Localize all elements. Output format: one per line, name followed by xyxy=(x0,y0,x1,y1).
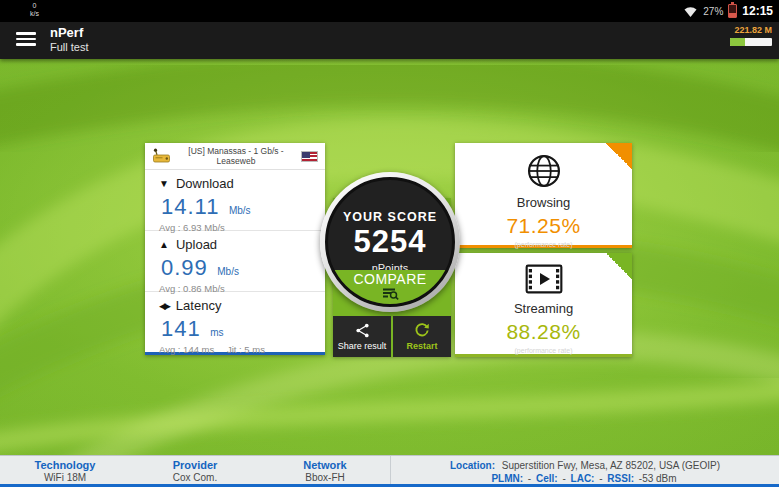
server-selector[interactable]: [US] Manassas - 1 Gb/s - Leaseweb xyxy=(145,143,325,170)
latency-label: Latency xyxy=(176,298,222,313)
download-unit: Mb/s xyxy=(229,205,251,216)
compare-label: COMPARE xyxy=(328,271,452,287)
globe-icon xyxy=(525,152,563,190)
score-actions: Share result Restart xyxy=(333,316,451,357)
net-speed-unit: k/s xyxy=(30,10,39,18)
upload-section: ▲ Upload 0.99 Mb/s Avg : 0.86 Mb/s xyxy=(145,231,325,292)
wifi-icon xyxy=(683,5,698,18)
app-title: nPerf xyxy=(50,25,89,41)
plmn-value: - xyxy=(528,473,531,484)
browsing-value: 71.25% xyxy=(455,214,632,238)
score-gauge: YOUR SCORE 5254 nPoints COMPARE xyxy=(320,172,460,312)
streaming-corner-ribbon xyxy=(606,253,632,279)
provider-label: Provider xyxy=(130,459,260,472)
latency-unit: ms xyxy=(210,327,223,338)
browsing-note: (performance rate) xyxy=(455,241,632,248)
provider-value: Cox Com. xyxy=(130,472,260,484)
streaming-note: (performance rate) xyxy=(455,347,632,354)
app-bar: nPerf Full test 221.82 M xyxy=(0,22,779,59)
browsing-card: Browsing 71.25% (performance rate) xyxy=(455,143,632,248)
score-heading: YOUR SCORE xyxy=(328,210,452,224)
upload-label: Upload xyxy=(176,237,217,252)
connection-info-bar: Technology WiFi 18M Provider Cox Com. Ne… xyxy=(0,455,779,487)
clock: 12:15 xyxy=(742,4,773,18)
network-label: Network xyxy=(260,459,390,472)
streaming-card: Streaming 88.28% (performance rate) xyxy=(455,253,632,357)
score-value: 5254 xyxy=(328,224,452,260)
cell-label: Cell: xyxy=(536,473,558,484)
status-bar: 0 k/s 27% 12:15 xyxy=(0,0,779,22)
compare-ranking-icon xyxy=(380,287,400,300)
plmn-label: PLMN: xyxy=(491,473,523,484)
upload-unit: Mb/s xyxy=(217,266,239,277)
speedtest-results-card: [US] Manassas - 1 Gb/s - Leaseweb ▼ Down… xyxy=(145,143,325,355)
cellular-row: PLMN: - Cell: - LAC: - RSSI: -53 dBm xyxy=(391,472,779,485)
technology-label: Technology xyxy=(0,459,130,472)
server-icon xyxy=(152,148,171,164)
net-speed-value: 0 xyxy=(30,2,39,10)
film-play-icon xyxy=(524,262,564,296)
download-section: ▼ Download 14.11 Mb/s Avg : 6.93 Mb/s xyxy=(145,170,325,231)
location-label: Location: xyxy=(450,460,495,471)
latency-average: Avg : 144 ms xyxy=(159,344,214,355)
us-flag-icon xyxy=(301,151,318,162)
net-speed-indicator: 0 k/s xyxy=(30,2,39,18)
nperf-app-screen: 0 k/s 27% 12:15 nPerf Full test 221.82 M xyxy=(0,0,779,487)
upload-value: 0.99 xyxy=(161,255,208,280)
network-info: Network Bbox-FH xyxy=(260,456,390,484)
browsing-corner-ribbon xyxy=(606,143,632,169)
share-result-label: Share result xyxy=(338,341,387,351)
battery-percent: 27% xyxy=(703,6,723,17)
location-row: Location: Superstition Fwy, Mesa, AZ 852… xyxy=(391,459,779,472)
battery-icon xyxy=(728,4,737,18)
rssi-value: -53 dBm xyxy=(639,473,677,484)
app-subtitle: Full test xyxy=(50,41,89,54)
browsing-label: Browsing xyxy=(455,195,632,210)
download-value: 14.11 xyxy=(161,194,219,219)
upload-arrow-icon: ▲ xyxy=(159,240,169,250)
location-value: Superstition Fwy, Mesa, AZ 85202, USA (G… xyxy=(502,460,720,471)
restart-label: Restart xyxy=(406,341,437,351)
data-usage-progressbar xyxy=(730,38,772,46)
download-arrow-icon: ▼ xyxy=(159,179,169,189)
technology-value: WiFi 18M xyxy=(0,472,130,484)
streaming-value: 88.28% xyxy=(455,320,632,344)
data-usage-counter: 221.82 M xyxy=(702,25,772,46)
latency-arrows-icon: ◀▶ xyxy=(159,301,169,311)
technology-info: Technology WiFi 18M xyxy=(0,456,130,484)
server-name: [US] Manassas - 1 Gb/s - Leaseweb xyxy=(171,146,301,166)
latency-section: ◀▶ Latency 141 ms Avg : 144 ms Jit : 5 m… xyxy=(145,292,325,351)
provider-info: Provider Cox Com. xyxy=(130,456,260,484)
latency-jitter: Jit : 5 ms xyxy=(227,344,265,355)
lac-value: - xyxy=(599,473,602,484)
lac-label: LAC: xyxy=(571,473,595,484)
rssi-label: RSSI: xyxy=(607,473,634,484)
data-usage-value: 221.82 M xyxy=(702,25,772,36)
restart-icon xyxy=(413,322,431,339)
location-info: Location: Superstition Fwy, Mesa, AZ 852… xyxy=(390,456,779,484)
latency-value: 141 xyxy=(161,316,201,341)
network-value: Bbox-FH xyxy=(260,472,390,484)
cell-value: - xyxy=(562,473,565,484)
streaming-label: Streaming xyxy=(455,301,632,316)
main-background: [US] Manassas - 1 Gb/s - Leaseweb ▼ Down… xyxy=(0,59,779,455)
download-label: Download xyxy=(176,176,234,191)
share-result-button[interactable]: Share result xyxy=(333,316,391,357)
share-icon xyxy=(354,322,371,339)
menu-icon[interactable] xyxy=(16,32,36,48)
restart-button[interactable]: Restart xyxy=(393,316,451,357)
